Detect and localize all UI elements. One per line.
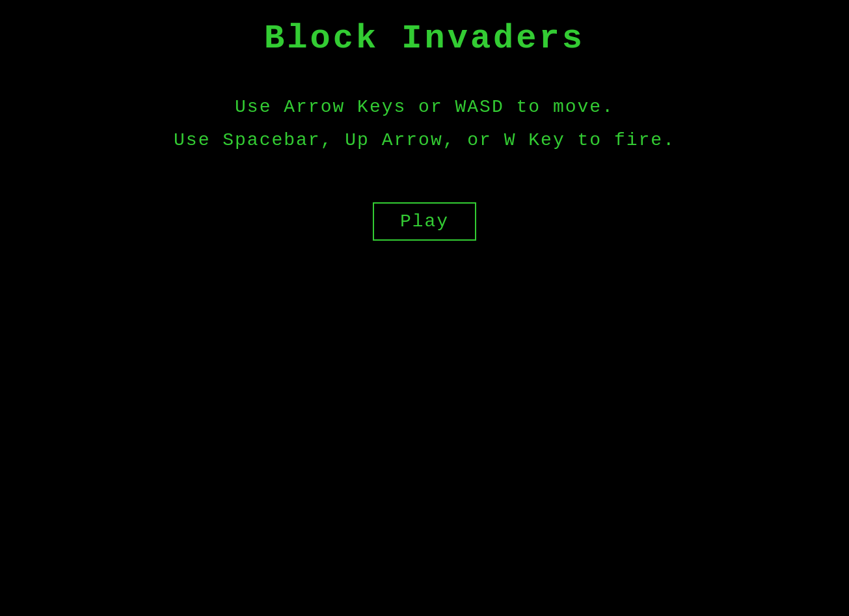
instructions-container: Use Arrow Keys or WASD to move. Use Spac… (174, 97, 675, 150)
instruction-move: Use Arrow Keys or WASD to move. (235, 97, 614, 117)
play-button[interactable]: Play (373, 202, 476, 241)
game-title: Block Invaders (264, 20, 585, 58)
instruction-fire: Use Spacebar, Up Arrow, or W Key to fire… (174, 130, 675, 150)
